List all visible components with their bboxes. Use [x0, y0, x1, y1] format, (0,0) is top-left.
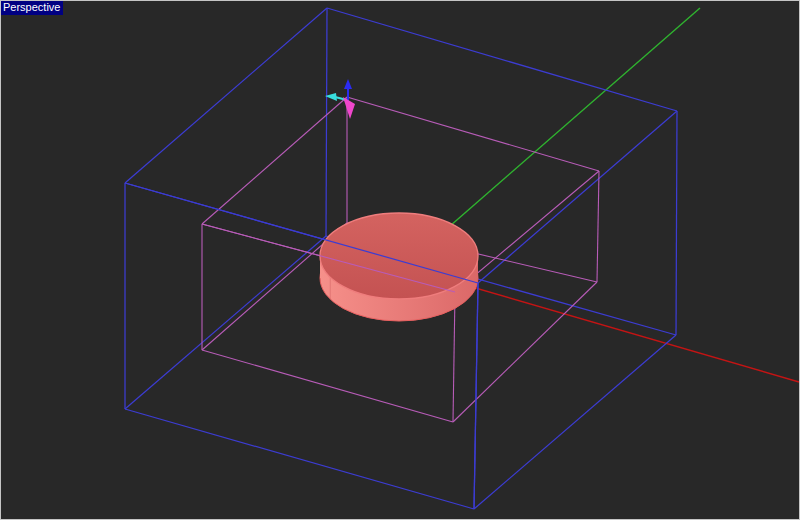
- shaded-cylinder[interactable]: [320, 213, 478, 321]
- cylinder-top-face: [320, 213, 478, 299]
- viewport-title[interactable]: Perspective: [1, 1, 63, 15]
- perspective-viewport[interactable]: Perspective: [0, 0, 800, 520]
- viewport-canvas[interactable]: [0, 0, 800, 520]
